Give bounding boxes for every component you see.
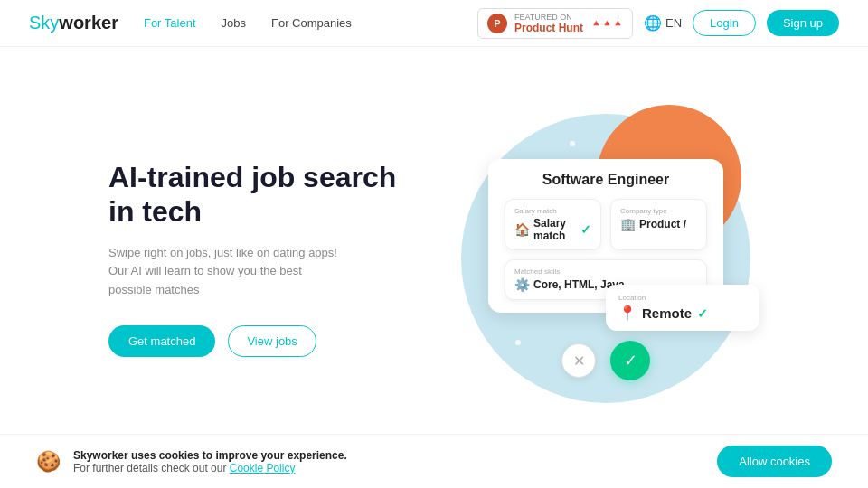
cookie-left: 🍪 Skyworker uses cookies to improve your…	[36, 449, 347, 474]
star-decoration	[515, 340, 521, 345]
remote-text: Remote	[642, 305, 692, 321]
skills-icon: ⚙️	[514, 277, 530, 292]
card-row-top: Salary match 🏠 Salary match ✓ Company ty…	[505, 199, 707, 250]
hero-section: AI-trained job search in tech Swipe righ…	[0, 47, 868, 434]
cookie-message-bold: Skyworker uses cookies to improve your e…	[73, 449, 347, 462]
company-type-label: Company type	[620, 207, 697, 215]
logo[interactable]: Skyworker	[29, 13, 118, 33]
language-button[interactable]: 🌐 EN	[644, 14, 682, 32]
view-jobs-button[interactable]: View jobs	[228, 325, 316, 357]
product-hunt-text: FEATURED ON Product Hunt	[514, 13, 583, 34]
job-card-title: Software Engineer	[505, 172, 707, 188]
cookie-bar: 🍪 Skyworker uses cookies to improve your…	[0, 434, 868, 488]
nav-for-talent[interactable]: For Talent	[144, 16, 196, 30]
hero-buttons: Get matched View jobs	[108, 325, 416, 357]
salary-chip: Salary match 🏠 Salary match ✓	[505, 199, 601, 250]
ph-categories: 🔺🔺🔺	[590, 18, 623, 28]
allow-cookies-button[interactable]: Allow cookies	[717, 446, 832, 477]
language-label: EN	[665, 16, 682, 30]
star-decoration	[570, 141, 575, 146]
product-hunt-badge[interactable]: P FEATURED ON Product Hunt 🔺🔺🔺	[477, 8, 633, 39]
ph-name: Product Hunt	[514, 22, 583, 34]
logo-sky: Sky	[29, 13, 59, 33]
nav-right: P FEATURED ON Product Hunt 🔺🔺🔺 🌐 EN Logi…	[477, 8, 839, 39]
hero-text: AI-trained job search in tech Swipe righ…	[108, 160, 416, 357]
cookie-icon: 🍪	[36, 450, 61, 474]
get-matched-button[interactable]: Get matched	[108, 325, 215, 357]
salary-label: Salary match	[514, 207, 591, 215]
company-type-text: Product /	[639, 218, 686, 230]
remote-label: Location	[618, 294, 747, 302]
cookie-text: Skyworker uses cookies to improve your e…	[73, 449, 347, 474]
company-type-value: 🏢 Product /	[620, 217, 697, 231]
remote-value: 📍 Remote ✓	[618, 305, 747, 322]
action-buttons: ✕ ✓	[561, 341, 650, 380]
login-button[interactable]: Login	[693, 10, 756, 36]
skills-label: Matched skills	[514, 267, 697, 276]
salary-text: Salary match	[533, 217, 577, 242]
logo-worker: worker	[59, 13, 118, 33]
nav-for-companies[interactable]: For Companies	[271, 16, 352, 30]
salary-check-icon: ✓	[580, 222, 591, 237]
reject-button[interactable]: ✕	[561, 343, 596, 378]
home-icon: 🏠	[514, 222, 530, 237]
hero-title: AI-trained job search in tech	[108, 160, 416, 230]
accept-button[interactable]: ✓	[610, 341, 650, 380]
ph-featured-label: FEATURED ON	[514, 13, 583, 22]
hero-illustration: Software Engineer Salary match 🏠 Salary …	[416, 87, 796, 430]
pin-icon: 📍	[618, 305, 637, 322]
navbar: Skyworker For Talent Jobs For Companies …	[0, 0, 868, 47]
signup-button[interactable]: Sign up	[767, 10, 839, 36]
company-icon: 🏢	[620, 217, 636, 231]
remote-card: Location 📍 Remote ✓	[606, 285, 760, 331]
remote-check-icon: ✓	[697, 306, 708, 321]
product-hunt-icon: P	[487, 14, 507, 33]
company-type-chip: Company type 🏢 Product /	[610, 199, 707, 250]
cookie-policy-link[interactable]: Cookie Policy	[230, 462, 296, 474]
hero-subtitle: Swipe right on jobs, just like on dating…	[108, 244, 344, 300]
nav-jobs[interactable]: Jobs	[222, 16, 246, 30]
nav-left: Skyworker For Talent Jobs For Companies	[29, 13, 352, 33]
cookie-message: For further details check out our	[73, 462, 230, 474]
globe-icon: 🌐	[644, 14, 662, 32]
salary-value: 🏠 Salary match ✓	[514, 217, 591, 242]
